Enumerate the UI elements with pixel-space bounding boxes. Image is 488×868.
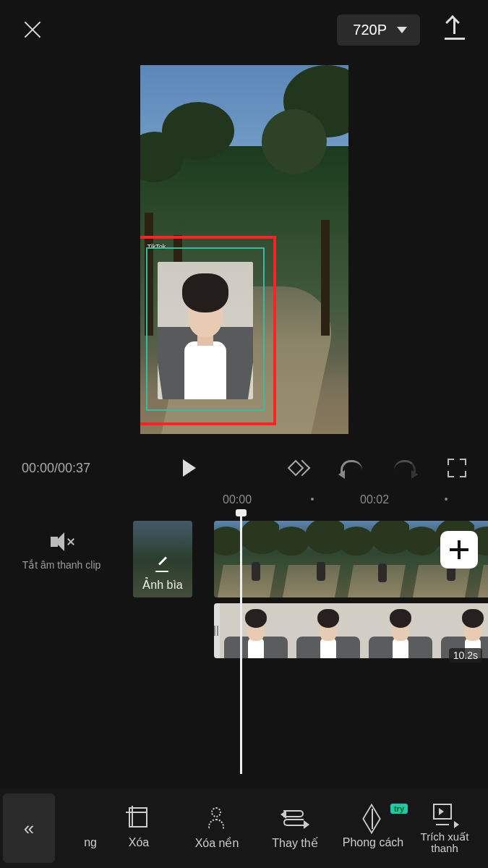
ruler-dot (311, 498, 314, 501)
tool-label: Thay thế (272, 836, 317, 850)
resolution-value: 720P (353, 22, 387, 38)
tool-crop[interactable]: Xóa (100, 802, 178, 855)
tool-style[interactable]: try Phong cách (334, 802, 412, 855)
undo-button[interactable] (341, 460, 362, 476)
tool-strip: ng Xóa Xóa nền Thay thế try Phong cách T… (59, 802, 488, 855)
speaker-mute-icon (48, 531, 75, 553)
overlay-track[interactable] (214, 603, 488, 658)
person-cutout-icon (204, 807, 230, 830)
ruler-tick: 00:00 (223, 493, 252, 506)
keyframe-button[interactable] (288, 458, 309, 478)
playback-controls: 00:00/00:37 (0, 450, 488, 486)
preview-area: TikTok (0, 55, 488, 450)
playhead[interactable] (240, 512, 242, 774)
edit-icon (155, 558, 170, 572)
tool-label: Xóa (129, 836, 149, 849)
top-right-group: 720P (337, 14, 466, 46)
crop-icon (126, 807, 152, 830)
try-badge: try (390, 804, 408, 814)
add-clip-button[interactable] (440, 531, 478, 569)
tool-replace[interactable]: Thay thế (256, 802, 334, 855)
swap-icon (282, 807, 308, 830)
tool-partial-left[interactable]: ng (59, 802, 100, 855)
tool-remove-bg[interactable]: Xóa nền (178, 802, 256, 855)
extract-icon (432, 802, 458, 825)
tool-label: Xóa nền (195, 836, 239, 850)
back-button[interactable]: « (3, 793, 55, 863)
bottom-toolbar: « ng Xóa Xóa nền Thay thế try Phong cách… (0, 788, 488, 868)
overlay-track-handle[interactable] (211, 624, 221, 638)
close-button[interactable] (22, 19, 43, 41)
mute-clip-button[interactable]: Tắt âm thanh clip (0, 531, 123, 571)
fullscreen-button[interactable] (448, 459, 466, 477)
resolution-dropdown[interactable]: 720P (337, 14, 420, 46)
ruler-tick: 00:02 (360, 493, 389, 506)
timeline[interactable]: Tắt âm thanh clip Ảnh bìa 10.2s (0, 512, 488, 823)
tool-label: Phong cách (343, 836, 404, 849)
timecode-display: 00:00/00:37 (22, 461, 90, 476)
redo-button[interactable] (394, 460, 416, 476)
top-bar: 720P (0, 0, 488, 55)
play-button[interactable] (183, 459, 196, 477)
overlay-duration-badge: 10.2s (449, 648, 482, 663)
cover-thumbnail[interactable]: Ảnh bìa (133, 521, 192, 597)
mute-label: Tắt âm thanh clip (22, 558, 101, 571)
tool-icon (71, 807, 97, 830)
export-button[interactable] (443, 18, 466, 41)
overlay-image[interactable] (158, 262, 253, 399)
chevron-down-icon (397, 27, 407, 33)
cover-label: Ảnh bìa (142, 578, 182, 597)
tool-label: Trích xuất thanh (412, 831, 477, 855)
cube-icon (360, 807, 386, 830)
timeline-ruler[interactable]: 00:00 00:02 (0, 486, 488, 512)
ruler-dot (445, 498, 448, 501)
tool-label: ng (84, 836, 97, 849)
video-preview[interactable]: TikTok (140, 65, 348, 434)
tool-extract-audio[interactable]: Trích xuất thanh (412, 802, 477, 855)
